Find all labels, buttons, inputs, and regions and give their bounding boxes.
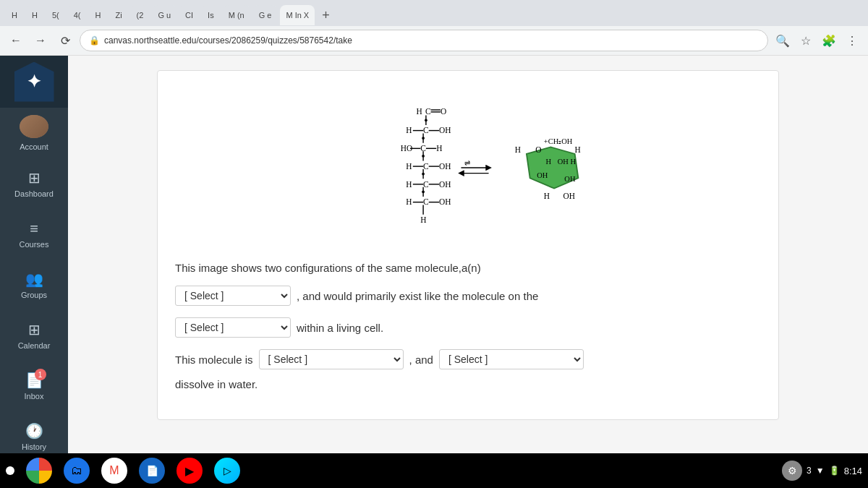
tab-item[interactable]: (2: [131, 5, 150, 25]
new-tab-button[interactable]: +: [318, 8, 334, 23]
svg-text:O: O: [441, 107, 446, 116]
sidebar-item-label: Inbox: [25, 392, 44, 401]
forward-button[interactable]: →: [30, 30, 51, 51]
inline-text-2: within a living cell.: [297, 322, 383, 334]
menu-button[interactable]: ⋮: [842, 30, 862, 51]
svg-point-11: [425, 119, 427, 121]
dropdown-1[interactable]: [ Select ]: [175, 286, 291, 306]
sidebar-item-account[interactable]: Account: [0, 108, 68, 158]
dropdown-row-2: [ Select ] within a living cell.: [175, 317, 761, 338]
dropdown-row-1: [ Select ] , and would primarily exist l…: [175, 286, 761, 306]
molecule-svg: H C O H C OH: [323, 95, 613, 240]
sidebar-item-calendar[interactable]: ⊞ Calendar: [0, 310, 68, 361]
dissolve-row: dissolve in water.: [175, 378, 761, 390]
content-area: H C O H C OH: [68, 56, 868, 453]
main-layout: ✦ Account ⊞ Dashboard ≡ Courses 👥 Groups: [0, 56, 868, 453]
svg-text:H: H: [406, 197, 412, 206]
svg-text:H: H: [406, 162, 412, 171]
tab-item[interactable]: 4(: [68, 5, 87, 25]
sidebar-item-label: Courses: [20, 240, 49, 249]
tray-settings[interactable]: ⚙: [782, 461, 802, 481]
tab-item[interactable]: Zi: [109, 5, 127, 25]
tab-item[interactable]: Is: [202, 5, 220, 25]
taskbar-gmail[interactable]: M: [101, 458, 127, 484]
svg-text:H: H: [417, 107, 422, 116]
svg-text:OH: OH: [439, 180, 451, 189]
address-bar: ← → ⟳ 🔒 canvas.northseattle.edu/courses/…: [0, 26, 868, 55]
svg-text:OH: OH: [564, 175, 576, 183]
svg-text:H: H: [546, 158, 552, 166]
svg-text:⇌: ⇌: [464, 160, 470, 167]
canvas-logo: ✦: [0, 56, 68, 108]
svg-text:H: H: [575, 145, 581, 154]
avatar: [20, 115, 48, 138]
tab-item[interactable]: CI: [179, 5, 199, 25]
quiz-container: H C O H C OH: [142, 56, 793, 446]
dropdown-4[interactable]: [ Select ]: [439, 349, 584, 369]
svg-point-25: [422, 155, 425, 158]
inline-text-1: , and would primarily exist like the mol…: [297, 290, 538, 302]
dropdown-3[interactable]: [ Select ]: [259, 349, 404, 369]
taskbar-dot[interactable]: [6, 466, 14, 475]
taskbar-files[interactable]: 🗂: [64, 458, 90, 484]
tab-item[interactable]: G e: [253, 5, 278, 25]
courses-icon: ≡: [30, 221, 38, 237]
sidebar-item-label: Account: [20, 142, 48, 151]
dropdown-2[interactable]: [ Select ]: [175, 317, 291, 338]
avatar-image: [20, 115, 48, 138]
tab-item[interactable]: H: [89, 5, 106, 25]
url-bar[interactable]: 🔒 canvas.northseattle.edu/courses/208625…: [80, 30, 768, 51]
svg-text:H: H: [406, 180, 412, 189]
bookmark-button[interactable]: ☆: [796, 30, 816, 51]
dashboard-icon: ⊞: [28, 169, 41, 187]
history-icon: 🕐: [25, 422, 43, 440]
sidebar-item-dashboard[interactable]: ⊞ Dashboard: [0, 158, 68, 209]
lock-icon: 🔒: [89, 35, 100, 46]
tab-item[interactable]: 5(: [46, 5, 65, 25]
extension-button[interactable]: 🧩: [819, 30, 839, 51]
taskbar: chrome 🗂 M 📄 ▶ ▷ ⚙ 3 ▼ 🔋 8:14: [0, 453, 868, 488]
svg-text:H: H: [406, 126, 412, 134]
question-description: This image shows two configurations of t…: [175, 262, 481, 274]
svg-text:C: C: [423, 197, 429, 206]
taskbar-youtube[interactable]: ▶: [176, 458, 203, 484]
url-text: canvas.northseattle.edu/courses/2086259/…: [104, 35, 352, 46]
svg-text:OH: OH: [439, 197, 451, 206]
svg-point-39: [422, 190, 425, 193]
sidebar-item-courses[interactable]: ≡ Courses: [0, 209, 68, 260]
toolbar-right: 🔍 ☆ 🧩 ⋮: [773, 30, 862, 51]
inbox-badge: 1: [35, 369, 46, 380]
back-button[interactable]: ←: [6, 30, 26, 51]
tab-item[interactable]: H: [6, 5, 23, 25]
sidebar-item-label: Groups: [21, 291, 47, 299]
svg-text:H: H: [544, 192, 550, 200]
molecule-diagram: H C O H C OH: [175, 88, 761, 247]
svg-point-18: [422, 137, 425, 140]
taskbar-chrome[interactable]: chrome: [26, 458, 52, 484]
search-button[interactable]: 🔍: [773, 30, 793, 51]
clock: 8:14: [844, 466, 862, 476]
svg-text:H: H: [515, 145, 521, 154]
svg-text:C: C: [423, 162, 429, 171]
svg-text:OH: OH: [563, 192, 574, 200]
sidebar-item-history[interactable]: 🕐 History: [0, 411, 68, 453]
taskbar-play[interactable]: ▷: [214, 458, 240, 484]
and-text: , and: [409, 354, 433, 366]
sidebar: ✦ Account ⊞ Dashboard ≡ Courses 👥 Groups: [0, 56, 68, 453]
svg-text:OH H: OH H: [558, 158, 576, 166]
refresh-button[interactable]: ⟳: [55, 30, 75, 51]
calendar-icon: ⊞: [28, 321, 41, 338]
sidebar-item-inbox[interactable]: 📄 1 Inbox: [0, 361, 68, 411]
tab-item[interactable]: G u: [152, 5, 176, 25]
tab-item[interactable]: H: [26, 5, 43, 25]
svg-point-32: [422, 173, 425, 176]
svg-text:O: O: [535, 145, 541, 154]
taskbar-docs[interactable]: 📄: [139, 458, 165, 484]
tab-item[interactable]: M (n: [223, 5, 250, 25]
inbox-wrapper: 📄 1: [25, 372, 43, 389]
svg-text:H: H: [436, 144, 442, 153]
svg-text:C: C: [423, 180, 429, 189]
molecule-text: This molecule is: [175, 354, 253, 366]
tab-active[interactable]: M In X: [280, 5, 315, 25]
sidebar-item-groups[interactable]: 👥 Groups: [0, 260, 68, 310]
